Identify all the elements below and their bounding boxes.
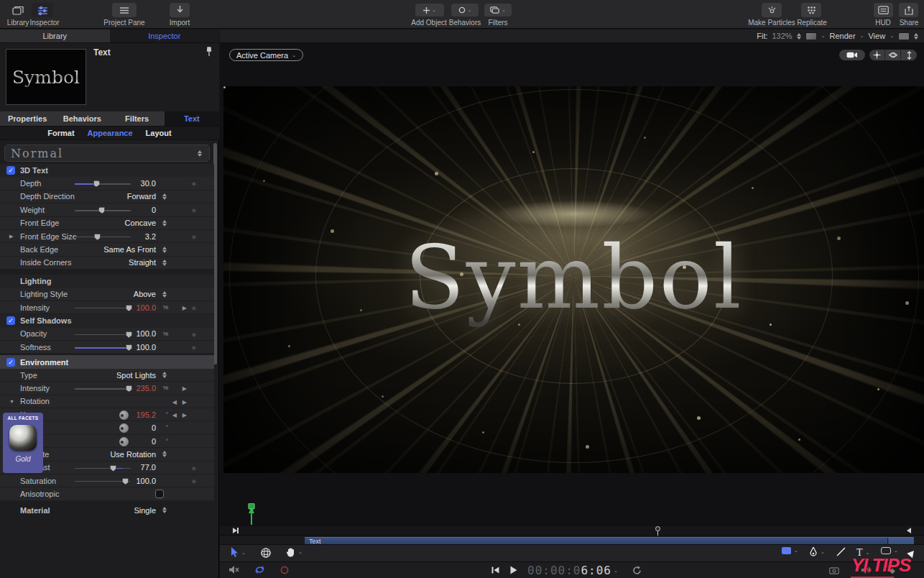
keyframe-icon[interactable]: ◆ — [192, 478, 196, 485]
prev-keyframe-icon[interactable]: ◀ — [172, 412, 177, 418]
tab-filters[interactable]: Filters — [110, 111, 165, 126]
depth-direction-popup[interactable]: Forward — [127, 192, 156, 201]
env-intensity-value[interactable]: 235.0 — [136, 384, 156, 393]
bezier-tool[interactable]: ⌄ — [809, 547, 825, 557]
rotation-x-dial[interactable] — [119, 410, 129, 420]
depth-value[interactable]: 30.0 — [141, 179, 156, 188]
camera-menu[interactable]: Active Camera ⌄ — [229, 49, 303, 61]
keyframe-icon[interactable]: ◆ — [192, 465, 196, 472]
timecode-chevron-icon[interactable]: ⌄ — [614, 568, 618, 574]
canvas-preview-swatch[interactable] — [805, 32, 817, 40]
weight-slider[interactable] — [75, 209, 131, 211]
prev-keyframe-icon[interactable]: ◀ — [172, 399, 177, 405]
contrast-slider[interactable] — [75, 467, 131, 469]
rectangle-tool[interactable]: ⌄ — [782, 547, 798, 554]
front-edge-size-slider[interactable] — [75, 236, 131, 238]
camera-view-button[interactable] — [839, 50, 865, 60]
inspector-button[interactable] — [32, 3, 53, 17]
audio-button[interactable] — [861, 566, 872, 574]
rotation-y-dial[interactable] — [119, 423, 129, 433]
tab-properties[interactable]: Properties — [0, 111, 55, 126]
contrast-value[interactable]: 77.0 — [141, 463, 156, 472]
text-tool[interactable]: T ⌄ — [856, 547, 869, 559]
keyframe-icon[interactable]: ◆ — [192, 305, 196, 311]
saturation-value[interactable]: 100.0 — [136, 477, 156, 485]
subtab-format[interactable]: Format — [47, 129, 74, 137]
rotation-z-dial[interactable] — [119, 437, 129, 446]
snapshot-button[interactable] — [829, 566, 839, 574]
project-pane-button[interactable] — [112, 3, 137, 17]
material-popup[interactable]: Single — [134, 506, 156, 515]
rotation-x-value[interactable]: 195.2 — [136, 410, 156, 419]
next-keyframe-icon[interactable]: ▶ — [183, 305, 187, 311]
in-point-marker[interactable] — [233, 528, 237, 533]
tab-library[interactable]: Library — [0, 29, 110, 42]
env-type-popup[interactable]: Spot Lights — [116, 371, 156, 380]
softness-slider[interactable] — [75, 347, 131, 349]
preset-popup[interactable]: Normal — [4, 144, 210, 162]
next-keyframe-icon[interactable]: ▶ — [183, 412, 187, 418]
library-button[interactable] — [9, 3, 27, 17]
keyframe-button[interactable]: ◆ — [890, 566, 895, 574]
mask-tool[interactable]: ⌄ — [881, 547, 898, 554]
layer-thumbnail[interactable]: Symbol — [6, 49, 86, 105]
subtab-layout[interactable]: Layout — [146, 129, 172, 137]
render-menu[interactable]: Render — [830, 32, 856, 40]
inside-corners-popup[interactable]: Straight — [129, 258, 156, 267]
opacity-slider[interactable] — [75, 334, 131, 336]
loop-button[interactable] — [254, 565, 265, 574]
next-keyframe-icon[interactable]: ▶ — [183, 385, 187, 392]
filters-button[interactable]: ⌄ — [484, 4, 512, 17]
zoom-level[interactable]: 132% — [772, 32, 793, 40]
material-tile-gold[interactable]: ALL FACETS Gold — [3, 413, 43, 473]
front-edge-popup[interactable]: Concave — [125, 219, 156, 227]
lighting-intensity-value[interactable]: 100.0 — [136, 303, 156, 312]
channel-swatch[interactable] — [898, 32, 910, 40]
select-tool[interactable]: ⌄ — [230, 547, 246, 558]
timecode-display[interactable]: 00:00:06:06 — [527, 564, 611, 577]
replicate-button[interactable] — [801, 3, 821, 17]
disclosure-icon[interactable]: ▼ — [9, 399, 14, 404]
keyframe-icon[interactable]: ◆ — [192, 180, 196, 187]
keyframe-icon[interactable]: ◆ — [192, 207, 196, 214]
record-button[interactable] — [280, 566, 289, 574]
mute-button[interactable] — [228, 565, 239, 574]
tab-text[interactable]: Text — [165, 111, 219, 126]
softness-value[interactable]: 100.0 — [136, 343, 156, 352]
previous-frame-button[interactable] — [491, 566, 499, 574]
play-button[interactable] — [510, 566, 517, 574]
hand-tool[interactable]: ⌄ — [286, 547, 302, 557]
lighting-style-popup[interactable]: Above — [134, 290, 156, 298]
lighting-intensity-slider[interactable] — [75, 307, 131, 309]
disclosure-icon[interactable]: ▶ — [9, 234, 13, 239]
rotation-y-value[interactable]: 0 — [152, 423, 156, 432]
back-edge-popup[interactable]: Same As Front — [103, 245, 156, 254]
3d-transform-tool[interactable] — [260, 547, 272, 559]
make-particles-button[interactable] — [762, 3, 782, 17]
timeline-ruler[interactable] — [220, 526, 924, 536]
3d-text-checkbox[interactable] — [6, 166, 15, 175]
opacity-value[interactable]: 100.0 — [136, 329, 156, 338]
tab-behaviors[interactable]: Behaviors — [55, 111, 109, 126]
stroke-tool[interactable] — [836, 547, 846, 556]
weight-value[interactable]: 0 — [152, 206, 156, 214]
depth-slider[interactable] — [75, 183, 131, 185]
front-edge-size-value[interactable]: 3.2 — [145, 232, 156, 241]
tab-inspector[interactable]: Inspector — [110, 29, 220, 42]
rotation-z-value[interactable]: 0 — [152, 437, 156, 446]
pan-tool-button[interactable] — [869, 50, 885, 60]
dolly-tool-button[interactable] — [901, 50, 917, 60]
saturation-slider[interactable] — [75, 480, 131, 482]
playback-settings-button[interactable] — [632, 566, 642, 575]
add-object-button[interactable]: ⌄ — [415, 4, 444, 17]
environment-checkbox[interactable] — [6, 358, 15, 367]
env-intensity-slider[interactable] — [75, 387, 131, 390]
text-track-bar[interactable]: Text — [305, 537, 914, 544]
playhead[interactable] — [655, 526, 660, 531]
keyframe-icon[interactable]: ◆ — [192, 234, 196, 240]
view-menu[interactable]: View — [868, 32, 885, 40]
hud-button[interactable] — [874, 3, 893, 17]
orbit-tool-button[interactable] — [885, 50, 901, 60]
behaviors-button[interactable]: ⌄ — [451, 4, 479, 17]
self-shadows-checkbox[interactable] — [6, 316, 15, 325]
